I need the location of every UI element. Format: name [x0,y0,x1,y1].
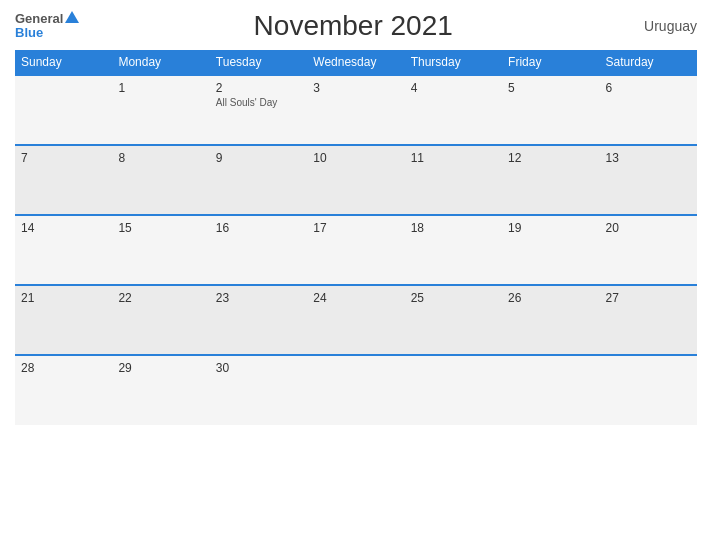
calendar-cell: 2All Souls' Day [210,75,307,145]
logo: General Blue [15,12,79,41]
calendar-cell [600,355,697,425]
calendar-cell: 8 [112,145,209,215]
day-number: 27 [606,291,691,305]
calendar-cell: 30 [210,355,307,425]
calendar-cell: 6 [600,75,697,145]
day-number: 28 [21,361,106,375]
day-number: 26 [508,291,593,305]
week-row-5: 282930 [15,355,697,425]
calendar-cell: 9 [210,145,307,215]
weekday-header-row: Sunday Monday Tuesday Wednesday Thursday… [15,50,697,75]
day-number: 14 [21,221,106,235]
calendar-cell: 27 [600,285,697,355]
calendar-cell: 3 [307,75,404,145]
day-number: 13 [606,151,691,165]
day-number: 9 [216,151,301,165]
calendar-cell [307,355,404,425]
day-number: 18 [411,221,496,235]
day-number: 7 [21,151,106,165]
day-number: 20 [606,221,691,235]
calendar-cell [15,75,112,145]
calendar-cell: 24 [307,285,404,355]
calendar-title: November 2021 [79,10,627,42]
week-row-3: 14151617181920 [15,215,697,285]
day-number: 19 [508,221,593,235]
calendar-cell: 10 [307,145,404,215]
calendar-cell: 5 [502,75,599,145]
day-number: 10 [313,151,398,165]
calendar-cell: 18 [405,215,502,285]
calendar-cell: 12 [502,145,599,215]
week-row-2: 78910111213 [15,145,697,215]
calendar-cell: 15 [112,215,209,285]
logo-general-text: General [15,12,79,26]
day-number: 23 [216,291,301,305]
calendar-cell: 25 [405,285,502,355]
calendar-cell: 29 [112,355,209,425]
day-number: 4 [411,81,496,95]
header-monday: Monday [112,50,209,75]
day-number: 25 [411,291,496,305]
calendar-cell: 1 [112,75,209,145]
day-number: 12 [508,151,593,165]
header-tuesday: Tuesday [210,50,307,75]
week-row-4: 21222324252627 [15,285,697,355]
day-number: 8 [118,151,203,165]
calendar-cell: 23 [210,285,307,355]
calendar-cell: 16 [210,215,307,285]
calendar-cell: 28 [15,355,112,425]
day-number: 15 [118,221,203,235]
day-number: 29 [118,361,203,375]
calendar-cell [502,355,599,425]
day-number: 16 [216,221,301,235]
calendar-cell: 21 [15,285,112,355]
header-wednesday: Wednesday [307,50,404,75]
day-number: 5 [508,81,593,95]
calendar-container: General Blue November 2021 Uruguay Sunda… [0,0,712,550]
logo-blue-text: Blue [15,26,43,40]
calendar-cell: 19 [502,215,599,285]
calendar-grid: Sunday Monday Tuesday Wednesday Thursday… [15,50,697,425]
day-number: 2 [216,81,301,95]
logo-triangle-icon [65,11,79,23]
event-text: All Souls' Day [216,97,301,108]
day-number: 30 [216,361,301,375]
calendar-cell: 14 [15,215,112,285]
day-number: 24 [313,291,398,305]
calendar-cell: 20 [600,215,697,285]
header-friday: Friday [502,50,599,75]
calendar-cell: 11 [405,145,502,215]
country-label: Uruguay [627,18,697,34]
calendar-cell: 4 [405,75,502,145]
week-row-1: 12All Souls' Day3456 [15,75,697,145]
day-number: 21 [21,291,106,305]
header-thursday: Thursday [405,50,502,75]
calendar-cell [405,355,502,425]
day-number: 3 [313,81,398,95]
header-sunday: Sunday [15,50,112,75]
day-number: 6 [606,81,691,95]
header-saturday: Saturday [600,50,697,75]
calendar-cell: 26 [502,285,599,355]
calendar-cell: 7 [15,145,112,215]
day-number: 1 [118,81,203,95]
day-number: 22 [118,291,203,305]
calendar-cell: 22 [112,285,209,355]
calendar-cell: 13 [600,145,697,215]
day-number: 11 [411,151,496,165]
calendar-header: General Blue November 2021 Uruguay [15,10,697,42]
calendar-cell: 17 [307,215,404,285]
day-number: 17 [313,221,398,235]
